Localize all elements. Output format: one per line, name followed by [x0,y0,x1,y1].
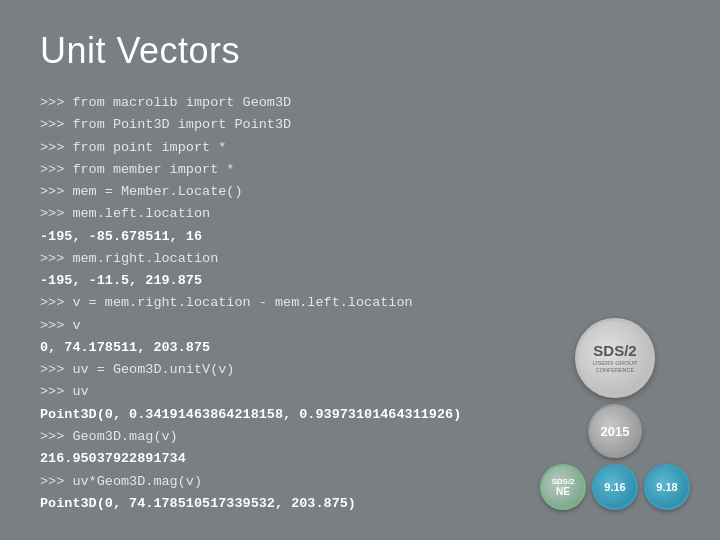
ne-badge: SDS/2 NE [540,464,586,510]
code-line-2: >>> from Point3D import Point3D [40,114,680,136]
badges-area: SDS/2 USERS GROUP CONFERENCE 2015 SDS/2 … [540,318,690,510]
code-line-3: >>> from point import * [40,137,680,159]
ver1-badge: 9.16 [592,464,638,510]
code-line-10: >>> v = mem.right.location - mem.left.lo… [40,292,680,314]
slide-title: Unit Vectors [40,30,680,72]
conference-label: CONFERENCE [596,367,635,373]
version-row: SDS/2 NE 9.16 9.18 [540,464,690,510]
year-badge: 2015 [588,404,642,458]
code-line-8: >>> mem.right.location [40,248,680,270]
year-label: 2015 [601,424,630,439]
ver1-label: 9.16 [604,481,625,493]
ver2-label: 9.18 [656,481,677,493]
code-line-1: >>> from macrolib import Geom3D [40,92,680,114]
ne-sub-label: NE [556,486,570,497]
users-group-label: USERS GROUP [593,360,637,367]
code-line-7: -195, -85.678511, 16 [40,226,680,248]
code-line-4: >>> from member import * [40,159,680,181]
sds2-badge: SDS/2 USERS GROUP CONFERENCE [575,318,655,398]
code-line-6: >>> mem.left.location [40,203,680,225]
slide: Unit Vectors >>> from macrolib import Ge… [0,0,720,540]
sds2-label: SDS/2 [593,343,636,360]
code-line-9: -195, -11.5, 219.875 [40,270,680,292]
ne-top-label: SDS/2 [551,477,574,486]
code-line-5: >>> mem = Member.Locate() [40,181,680,203]
ver2-badge: 9.18 [644,464,690,510]
